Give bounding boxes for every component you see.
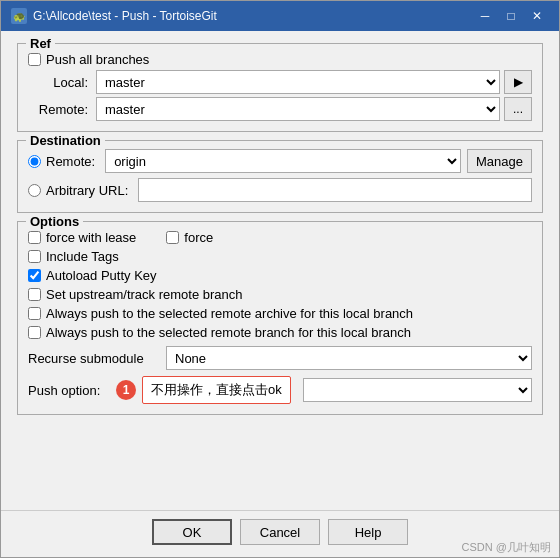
main-window: 🐢 G:\Allcode\test - Push - TortoiseGit ─… bbox=[0, 0, 560, 558]
push-all-checkbox[interactable] bbox=[28, 53, 41, 66]
remote-ref-label: Remote: bbox=[28, 102, 88, 117]
destination-section: Destination Remote: origin Manage Arbitr… bbox=[17, 140, 543, 213]
force-label: force bbox=[184, 230, 213, 245]
set-upstream-checkbox[interactable] bbox=[28, 288, 41, 301]
autoload-putty-label: Autoload Putty Key bbox=[46, 268, 157, 283]
recurse-label: Recurse submodule bbox=[28, 351, 158, 366]
local-label: Local: bbox=[28, 75, 88, 90]
dest-remote-row: Remote: origin Manage bbox=[28, 149, 532, 173]
title-bar: 🐢 G:\Allcode\test - Push - TortoiseGit ─… bbox=[1, 1, 559, 31]
remote-ref-control: master ... bbox=[96, 97, 532, 121]
watermark: CSDN @几叶知明 bbox=[462, 540, 551, 555]
arbitrary-url-radio[interactable] bbox=[28, 184, 41, 197]
recurse-select[interactable]: None bbox=[166, 346, 532, 370]
force-row: force with lease force bbox=[28, 230, 532, 245]
push-option-select[interactable] bbox=[303, 378, 532, 402]
force-lease-row: force with lease bbox=[28, 230, 136, 245]
cancel-button[interactable]: Cancel bbox=[240, 519, 320, 545]
remote-ref-select[interactable]: master bbox=[96, 97, 500, 121]
title-bar-controls: ─ □ ✕ bbox=[473, 6, 549, 26]
force-lease-label: force with lease bbox=[46, 230, 136, 245]
tooltip-text: 不用操作，直接点击ok bbox=[142, 376, 291, 404]
local-row: Local: master ▶ bbox=[28, 70, 532, 94]
app-icon: 🐢 bbox=[11, 8, 27, 24]
set-upstream-row: Set upstream/track remote branch bbox=[28, 287, 532, 302]
always-push-archive-row: Always push to the selected remote archi… bbox=[28, 306, 532, 321]
arbitrary-url-input[interactable] bbox=[138, 178, 532, 202]
dest-remote-radio[interactable] bbox=[28, 155, 41, 168]
always-push-remote-row: Always push to the selected remote branc… bbox=[28, 325, 532, 340]
include-tags-label: Include Tags bbox=[46, 249, 119, 264]
ok-button[interactable]: OK bbox=[152, 519, 232, 545]
include-tags-checkbox[interactable] bbox=[28, 250, 41, 263]
options-label: Options bbox=[26, 214, 83, 229]
force-lease-checkbox[interactable] bbox=[28, 231, 41, 244]
ref-section: Ref Push all branches Local: master ▶ Re… bbox=[17, 43, 543, 132]
force-checkbox[interactable] bbox=[166, 231, 179, 244]
destination-label: Destination bbox=[26, 133, 105, 148]
remote-row: Remote: master ... bbox=[28, 97, 532, 121]
manage-button[interactable]: Manage bbox=[467, 149, 532, 173]
always-push-remote-checkbox[interactable] bbox=[28, 326, 41, 339]
local-arrow-btn[interactable]: ▶ bbox=[504, 70, 532, 94]
always-push-archive-checkbox[interactable] bbox=[28, 307, 41, 320]
window-title: G:\Allcode\test - Push - TortoiseGit bbox=[33, 9, 217, 23]
close-button[interactable]: ✕ bbox=[525, 6, 549, 26]
options-section: Options force with lease force Include T… bbox=[17, 221, 543, 415]
push-all-row: Push all branches bbox=[28, 52, 532, 67]
force-row-inner: force bbox=[166, 230, 213, 245]
autoload-putty-row: Autoload Putty Key bbox=[28, 268, 532, 283]
arbitrary-url-label: Arbitrary URL: bbox=[46, 183, 128, 198]
set-upstream-label: Set upstream/track remote branch bbox=[46, 287, 243, 302]
push-all-label: Push all branches bbox=[46, 52, 149, 67]
dest-remote-label: Remote: bbox=[46, 154, 95, 169]
maximize-button[interactable]: □ bbox=[499, 6, 523, 26]
tooltip-container: 1 不用操作，直接点击ok bbox=[116, 376, 291, 404]
dest-remote-radio-row: Remote: bbox=[28, 154, 95, 169]
help-button[interactable]: Help bbox=[328, 519, 408, 545]
autoload-putty-checkbox[interactable] bbox=[28, 269, 41, 282]
local-control: master ▶ bbox=[96, 70, 532, 94]
push-option-row: Push option: 1 不用操作，直接点击ok bbox=[28, 376, 532, 404]
recurse-row: Recurse submodule None bbox=[28, 346, 532, 370]
dest-remote-select[interactable]: origin bbox=[105, 149, 461, 173]
title-bar-left: 🐢 G:\Allcode\test - Push - TortoiseGit bbox=[11, 8, 217, 24]
ref-label: Ref bbox=[26, 36, 55, 51]
local-select[interactable]: master bbox=[96, 70, 500, 94]
always-push-archive-label: Always push to the selected remote archi… bbox=[46, 306, 413, 321]
minimize-button[interactable]: ─ bbox=[473, 6, 497, 26]
arbitrary-url-row: Arbitrary URL: bbox=[28, 178, 532, 202]
remote-ref-dots-btn[interactable]: ... bbox=[504, 97, 532, 121]
push-option-label: Push option: bbox=[28, 383, 108, 398]
include-tags-row: Include Tags bbox=[28, 249, 532, 264]
always-push-remote-label: Always push to the selected remote branc… bbox=[46, 325, 411, 340]
arbitrary-radio-row: Arbitrary URL: bbox=[28, 183, 128, 198]
dialog-content: Ref Push all branches Local: master ▶ Re… bbox=[1, 31, 559, 510]
bottom-area: OK Cancel Help CSDN @几叶知明 bbox=[1, 510, 559, 557]
tooltip-number: 1 bbox=[116, 380, 136, 400]
